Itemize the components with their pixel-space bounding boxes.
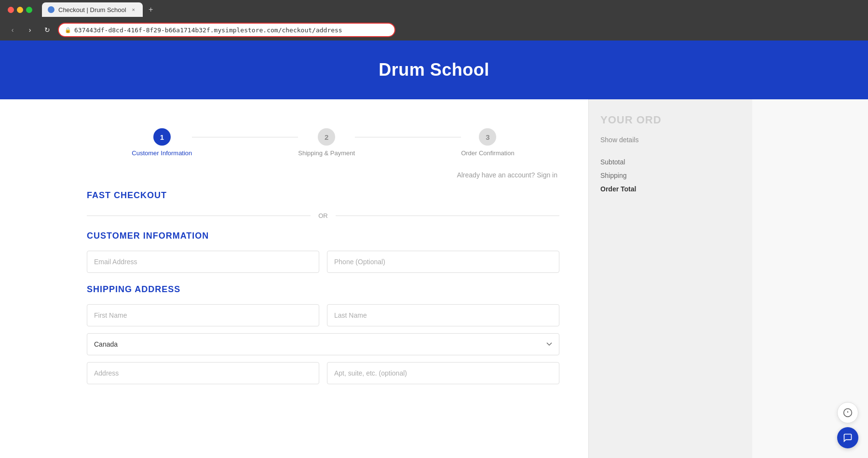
- fast-checkout-section: FAST CHECKOUT: [87, 190, 559, 201]
- traffic-lights: [8, 7, 32, 13]
- browser-titlebar: Checkout | Drum School × +: [0, 0, 868, 19]
- step-2[interactable]: 2 Shipping & Payment: [298, 128, 355, 157]
- show-details-link[interactable]: Show details: [600, 136, 741, 144]
- main-layout: 1 Customer Information 2 Shipping & Paym…: [0, 99, 868, 458]
- customer-info-row: [87, 251, 559, 273]
- tab-bar: Checkout | Drum School × +: [42, 2, 157, 17]
- chat-icon-bottom: [843, 433, 853, 443]
- order-total-label: Order Total: [600, 185, 636, 193]
- order-summary-sidebar: YOUR ORD Show details Subtotal Shipping …: [588, 99, 752, 458]
- step-3-circle: 3: [479, 128, 496, 146]
- checkout-steps: 1 Customer Information 2 Shipping & Paym…: [87, 114, 559, 171]
- or-text: OR: [318, 212, 328, 219]
- step-line-2-3: [355, 137, 461, 137]
- or-divider: OR: [87, 212, 559, 219]
- last-name-field[interactable]: [327, 304, 559, 326]
- order-summary-title: YOUR ORD: [600, 114, 741, 126]
- name-row: [87, 304, 559, 326]
- address-url: 637443df-d8cd-416f-8f29-b66a1714b32f.mys…: [74, 27, 342, 34]
- address-line1-field[interactable]: [87, 362, 319, 384]
- phone-field[interactable]: [327, 251, 559, 273]
- chat-top-button[interactable]: [837, 402, 858, 423]
- chat-bottom-button[interactable]: [837, 427, 858, 448]
- shipping-label: Shipping: [600, 172, 627, 179]
- step-2-label: Shipping & Payment: [298, 149, 355, 157]
- shipping-address-heading: SHIPPING ADDRESS: [87, 284, 559, 295]
- step-3[interactable]: 3 Order Confirmation: [461, 128, 515, 157]
- refresh-button[interactable]: ↻: [41, 23, 54, 37]
- new-tab-button[interactable]: +: [145, 3, 157, 16]
- email-field[interactable]: [87, 251, 319, 273]
- address-row: [87, 362, 559, 384]
- step-1-label: Customer Information: [132, 149, 192, 157]
- or-line-right: [336, 216, 559, 216]
- chat-widget: [837, 402, 858, 448]
- address-line2-field[interactable]: [327, 362, 559, 384]
- tab-favicon: [48, 6, 54, 13]
- minimize-window-button[interactable]: [17, 7, 23, 13]
- checkout-form-area: 1 Customer Information 2 Shipping & Paym…: [0, 99, 588, 458]
- step-1-circle: 1: [153, 128, 171, 146]
- first-name-field[interactable]: [87, 304, 319, 326]
- step-3-label: Order Confirmation: [461, 149, 515, 157]
- chat-icon-top: [843, 408, 853, 418]
- order-totals: Subtotal Shipping Order Total: [600, 158, 741, 193]
- subtotal-row: Subtotal: [600, 158, 741, 166]
- country-select[interactable]: Canada United States United Kingdom Aust…: [87, 333, 559, 355]
- signin-prompt: Already have an account? Sign in: [457, 171, 557, 179]
- fullscreen-window-button[interactable]: [26, 7, 32, 13]
- page-content: Drum School 1 Customer Information: [0, 40, 868, 458]
- back-button[interactable]: ‹: [6, 23, 19, 37]
- address-bar[interactable]: 🔒 637443df-d8cd-416f-8f29-b66a1714b32f.m…: [58, 23, 395, 37]
- close-window-button[interactable]: [8, 7, 14, 13]
- or-line-left: [87, 216, 311, 216]
- browser-tab[interactable]: Checkout | Drum School ×: [42, 2, 143, 17]
- tab-close-button[interactable]: ×: [130, 6, 137, 13]
- signin-row: Already have an account? Sign in: [87, 171, 559, 179]
- step-1[interactable]: 1 Customer Information: [132, 128, 192, 157]
- lock-icon: 🔒: [65, 27, 71, 33]
- store-header: Drum School: [0, 40, 868, 99]
- step-line-1-2: [192, 137, 298, 137]
- signin-link[interactable]: Sign in: [537, 171, 557, 179]
- customer-info-heading: CUSTOMER INFORMATION: [87, 231, 559, 241]
- order-total-row: Order Total: [600, 185, 741, 193]
- fast-checkout-heading: FAST CHECKOUT: [87, 190, 559, 201]
- browser-toolbar: ‹ › ↻ 🔒 637443df-d8cd-416f-8f29-b66a1714…: [0, 19, 868, 40]
- store-title: Drum School: [0, 60, 868, 80]
- tab-title: Checkout | Drum School: [58, 6, 126, 13]
- step-2-circle: 2: [318, 128, 335, 146]
- subtotal-label: Subtotal: [600, 158, 625, 166]
- forward-button[interactable]: ›: [23, 23, 37, 37]
- browser-frame: Checkout | Drum School × + ‹ › ↻ 🔒 63744…: [0, 0, 868, 458]
- customer-info-section: CUSTOMER INFORMATION: [87, 231, 559, 273]
- shipping-address-section: SHIPPING ADDRESS Canada United States Un…: [87, 284, 559, 384]
- shipping-row: Shipping: [600, 172, 741, 179]
